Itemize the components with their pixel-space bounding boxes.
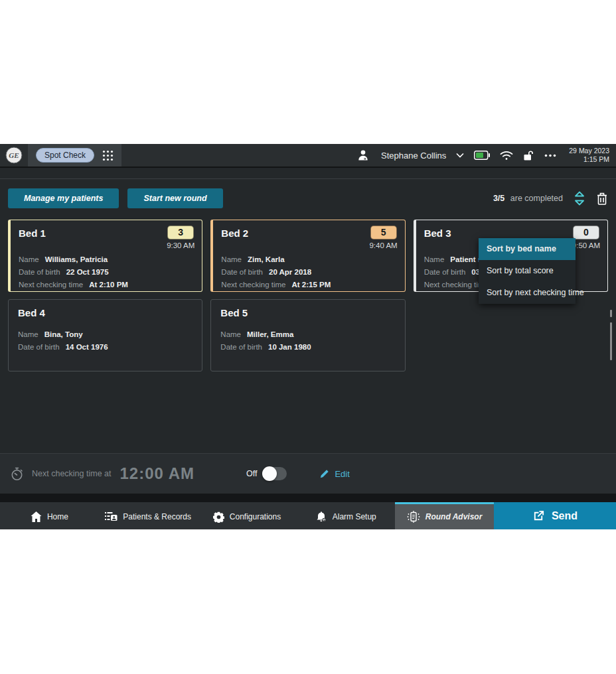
bed-card-1[interactable]: Bed 1 3 9:30 AM NameWilliams, Patricia D…: [8, 220, 202, 292]
tab-label: Configurations: [230, 512, 281, 521]
completed-count: 3/5: [493, 194, 504, 203]
toolbar: Manage my patients Start new round 3/5 a…: [8, 188, 608, 208]
field-label: Next checking time: [19, 279, 83, 291]
field-value: 22 Oct 1975: [66, 266, 109, 279]
time-text: 1:15 PM: [569, 155, 609, 164]
home-icon: [31, 511, 42, 522]
field-value: Bina, Tony: [44, 328, 83, 341]
date-text: 29 May 2023: [569, 147, 609, 155]
scrollbar-thumb[interactable]: [610, 322, 612, 360]
send-icon: [532, 509, 545, 522]
timer-icon: [11, 467, 23, 481]
tab-label: Round Advisor: [425, 512, 483, 521]
next-checking-time-value: 12:00 AM: [120, 464, 194, 483]
field-label: Name: [220, 328, 241, 341]
bed-name: Bed 2: [221, 226, 248, 239]
bed-card-5[interactable]: Bed 5 NameMiller, Emma Date of birth10 J…: [210, 299, 405, 371]
round-advisor-icon: [407, 511, 420, 523]
tab-home[interactable]: Home: [0, 502, 99, 529]
manage-my-patients-button[interactable]: Manage my patients: [8, 188, 119, 208]
ge-logo-icon: GE: [5, 147, 23, 164]
bed-card-2[interactable]: Bed 2 5 9:40 AM NameZim, Karla Date of b…: [210, 220, 405, 292]
sort-option-bed-name[interactable]: Sort by bed name: [479, 238, 576, 260]
sort-dropdown-menu: Sort by bed name Sort by total score Sor…: [479, 238, 576, 304]
nav-gap: [0, 494, 616, 502]
chevron-down-icon[interactable]: [456, 153, 464, 158]
edit-link[interactable]: Edit: [320, 469, 349, 479]
completed-label: are completed: [510, 194, 563, 203]
field-label: Date of birth: [221, 266, 263, 279]
field-value: At 2:10 PM: [89, 279, 128, 291]
battery-icon: [474, 151, 490, 160]
field-label: Date of birth: [220, 341, 262, 354]
round-time: 9:50 AM: [572, 241, 600, 249]
tab-round-advisor[interactable]: Round Advisor: [395, 502, 494, 529]
more-options-icon[interactable]: [544, 154, 556, 157]
field-label: Date of birth: [18, 341, 60, 354]
apps-grid-icon[interactable]: [102, 150, 114, 161]
svg-text:GE: GE: [9, 151, 19, 159]
gear-icon: [213, 511, 224, 523]
edit-label: Edit: [335, 469, 349, 479]
sort-icon[interactable]: [574, 190, 585, 206]
field-value: Zim, Karla: [248, 253, 285, 266]
score-badge: 5: [370, 226, 397, 239]
checking-time-toggle[interactable]: [262, 467, 287, 480]
pencil-icon: [320, 469, 329, 478]
device-screen: GE Spot Check Stephane Collins: [0, 144, 616, 529]
field-label: Name: [19, 253, 39, 266]
field-value: At 2:15 PM: [291, 279, 331, 291]
round-time: 9:30 AM: [167, 241, 194, 249]
clinician-icon: [356, 149, 370, 162]
spot-check-badge[interactable]: Spot Check: [36, 148, 94, 163]
tab-patients-records[interactable]: Patients & Records: [99, 502, 198, 529]
field-label: Date of birth: [19, 266, 60, 279]
round-time: 9:40 AM: [369, 241, 397, 249]
completed-status: 3/5 are completed: [493, 194, 563, 203]
sort-option-total-score[interactable]: Sort by total score: [479, 260, 576, 282]
tab-label: Patients & Records: [123, 512, 191, 521]
score-badge: 3: [167, 226, 194, 239]
next-checking-label: Next checking time at: [32, 469, 112, 478]
tab-alarm-setup[interactable]: Alarm Setup: [296, 502, 395, 529]
top-status-bar: GE Spot Check Stephane Collins: [0, 144, 616, 168]
field-label: Next checking time: [221, 279, 285, 291]
tab-label: Alarm Setup: [333, 512, 376, 521]
scrollbar-thumb[interactable]: [610, 310, 612, 317]
date-time: 29 May 2023 1:15 PM: [569, 147, 609, 164]
app-switcher-group: Spot Check: [28, 144, 121, 167]
score-badge: 0: [573, 226, 599, 239]
bed-name: Bed 1: [19, 226, 46, 239]
bed-name: Bed 3: [424, 226, 451, 239]
bed-name: Bed 4: [18, 305, 45, 318]
tab-label: Home: [47, 512, 68, 521]
field-value: 14 Oct 1976: [66, 341, 108, 354]
field-value: Williams, Patricia: [45, 253, 108, 266]
field-label: Date of birth: [424, 266, 466, 279]
field-value: 10 Jan 1980: [268, 341, 311, 354]
patients-records-icon: [105, 511, 117, 522]
field-label: Name: [221, 253, 242, 266]
wifi-icon: [500, 151, 513, 161]
bottom-navigation: Home Patients & Records Configurations A…: [0, 502, 616, 529]
send-label: Send: [552, 510, 578, 522]
field-label: Name: [424, 253, 445, 266]
bed-card-4[interactable]: Bed 4 NameBina, Tony Date of birth14 Oct…: [8, 299, 202, 371]
send-button[interactable]: Send: [494, 502, 616, 529]
user-menu[interactable]: Stephane Collins: [381, 151, 446, 161]
next-checking-panel: Next checking time at 12:00 AM Off Edit: [0, 453, 616, 494]
toggle-knob[interactable]: [262, 466, 277, 481]
sort-option-next-checking-time[interactable]: Sort by next checking time: [479, 282, 576, 304]
start-new-round-button[interactable]: Start new round: [127, 188, 222, 208]
tab-configurations[interactable]: Configurations: [198, 502, 297, 529]
alarm-bell-icon: [315, 511, 327, 523]
unlock-icon[interactable]: [523, 149, 534, 161]
toggle-state-label: Off: [246, 469, 257, 478]
field-value: 20 Apr 2018: [269, 266, 311, 279]
trash-icon[interactable]: [596, 192, 608, 206]
field-value: Miller, Emma: [247, 328, 293, 341]
bed-name: Bed 5: [220, 305, 248, 318]
field-label: Name: [18, 328, 38, 341]
